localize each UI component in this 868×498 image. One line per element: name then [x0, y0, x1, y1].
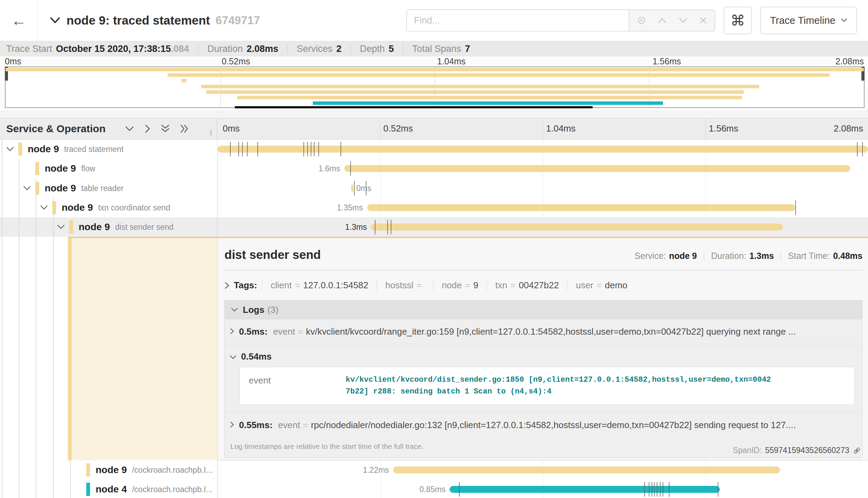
find-input[interactable] [406, 9, 629, 31]
expand-one-icon[interactable] [144, 124, 150, 133]
log-marker [654, 482, 655, 497]
service-value: node 9 [669, 251, 697, 261]
timeline-bar-row[interactable]: 1.6ms [218, 159, 868, 178]
selected-span-indent-fill [68, 237, 217, 460]
tags-row[interactable]: Tags: client=127.0.0.1:54582 hostssl= no… [224, 280, 862, 291]
log-marker [718, 482, 718, 497]
locate-icon[interactable] [637, 16, 646, 25]
divider [781, 252, 781, 261]
indent-guide [19, 159, 19, 498]
expand-all-icon[interactable] [180, 124, 189, 133]
keyboard-shortcuts-button[interactable]: ⌘ [724, 7, 752, 34]
divider [287, 44, 287, 54]
span-row-node9-rpc[interactable]: node 9 /cockroach.roachpb.I... [0, 460, 217, 480]
log-marker [644, 482, 645, 497]
span-bar[interactable] [344, 165, 850, 172]
log-marker [652, 482, 652, 497]
timeline-bar-row[interactable] [218, 139, 868, 159]
span-duration-label: 1.3ms [345, 223, 367, 232]
span-duration-label: 0.85ms [419, 485, 445, 494]
chevron-down-icon[interactable] [23, 186, 32, 191]
log-entry-2[interactable]: 0.54ms [225, 344, 862, 366]
trace-start-label: Trace Start [6, 44, 52, 54]
timeline-bar-row[interactable]: 1.22ms [218, 460, 868, 480]
operation-name: txn coordinator send [98, 203, 170, 212]
timeline-bar-row[interactable]: 1.35ms [218, 198, 868, 217]
log-marker [257, 142, 258, 156]
log-entry-1[interactable]: 0.5ms: event = kv/kvclient/kvcoord/range… [225, 319, 862, 344]
link-icon[interactable] [853, 446, 861, 455]
log-marker [669, 482, 670, 497]
tag-value: 9 [473, 280, 478, 291]
span-bar[interactable] [371, 224, 783, 230]
operation-name: table reader [81, 184, 124, 193]
span-row-dist-sender-send[interactable]: node 9 dist sender send [0, 217, 217, 237]
log-marker [307, 142, 308, 156]
span-bar[interactable] [450, 486, 719, 493]
span-row-flow[interactable]: node 9 flow [0, 159, 217, 178]
operation-name: dist sender send [115, 223, 174, 232]
tag-key: client [271, 280, 292, 291]
log-entry-3[interactable]: 0.55ms: event = rpc/nodedialer/nodediale… [225, 413, 862, 437]
chevron-down-icon[interactable] [57, 225, 66, 229]
prev-match-icon[interactable] [658, 17, 667, 24]
operation-name: /cockroach.roachpb.I... [132, 485, 213, 494]
span-row-table-reader[interactable]: node 9 table reader [0, 179, 217, 198]
chevron-down-icon [230, 355, 237, 360]
service-label: Service: [635, 251, 666, 261]
log-marker [238, 142, 239, 156]
timeline-bar-row[interactable]: 0ms [218, 179, 868, 198]
span-detail-title: dist sender send [224, 248, 321, 262]
services-label: Services [296, 44, 333, 54]
minimap-canvas[interactable] [5, 66, 865, 108]
timeline-bar-row[interactable]: 0.85ms [218, 480, 868, 498]
chevron-down-icon[interactable] [6, 147, 15, 152]
service-operation-header: Service & Operation ‖ [0, 118, 217, 139]
next-match-icon[interactable] [679, 17, 688, 24]
span-bar[interactable] [218, 146, 868, 153]
collapse-one-icon[interactable] [125, 126, 134, 132]
chevron-down-icon [231, 308, 238, 312]
duration-value: 2.08ms [247, 44, 278, 54]
column-resize-grip[interactable]: ‖ [209, 128, 213, 138]
tag-key: node [442, 280, 462, 291]
span-row-txn-coordinator-send[interactable]: node 9 txn coordinator send [0, 198, 217, 217]
start-time-value: 0.48ms [833, 251, 862, 261]
log-marker [649, 482, 649, 497]
page-title: node 9: traced statement [67, 13, 210, 27]
trace-timeline-label: Trace Timeline [770, 15, 835, 26]
span-bar[interactable] [393, 467, 780, 473]
timeline-bar-row[interactable]: 1.3ms [218, 217, 868, 237]
collapse-title-icon[interactable] [50, 17, 60, 24]
minimap-tick: 0.52ms [222, 56, 250, 66]
logs-header[interactable]: Logs (3) [225, 301, 862, 319]
log-marker [459, 482, 460, 497]
log-marker [857, 142, 858, 156]
services-value: 2 [336, 44, 342, 54]
trace-summary-bar: Trace Start October 15 2020, 17:38:15.08… [0, 41, 868, 56]
depth-value: 5 [389, 44, 394, 54]
depth-label: Depth [360, 44, 385, 54]
back-button[interactable]: ← [0, 0, 38, 41]
minimap-span-bar [181, 79, 186, 82]
minimap-viewport-bar[interactable] [235, 106, 593, 108]
span-bar[interactable] [367, 204, 795, 211]
find-buttons [629, 9, 715, 31]
log-marker [242, 142, 243, 156]
span-row-traced-statement[interactable]: node 9 traced statement [0, 139, 217, 159]
trace-id: 6749717 [215, 14, 260, 27]
service-name: node 9 [79, 221, 110, 233]
trace-timeline-dropdown[interactable]: Trace Timeline [760, 7, 857, 34]
log-keyvalue-table: event kv/kvclient/kvcoord/dist_sender.go… [239, 367, 854, 405]
span-row-node4-rpc[interactable]: node 4 /cockroach.roachpb.I... [0, 480, 217, 498]
span-bar[interactable] [351, 185, 354, 192]
log-timestamp: 0.5ms: [239, 326, 267, 337]
collapse-all-icon[interactable] [161, 124, 170, 133]
tick-label: 1.56ms [709, 123, 738, 134]
tag-key: hostssl [385, 280, 413, 291]
chevron-down-icon[interactable] [40, 205, 49, 210]
command-icon: ⌘ [730, 12, 745, 29]
duration-label: Duration [207, 44, 243, 54]
clear-search-icon[interactable] [699, 17, 707, 24]
operation-name: flow [81, 164, 95, 173]
